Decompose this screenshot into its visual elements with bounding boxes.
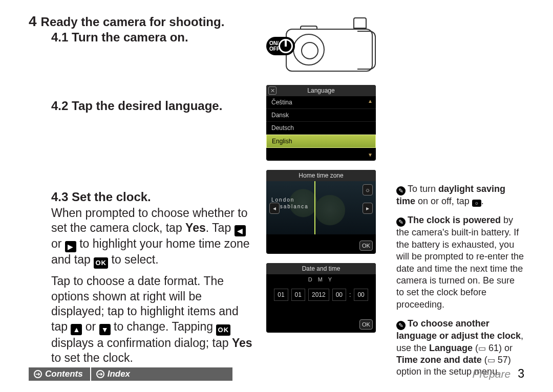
main-instructions: 4 Ready the camera for shooting. 4.1 Tur…: [29, 14, 254, 385]
book-icon: ▭: [487, 356, 495, 364]
tz-right-button: ▸: [363, 203, 373, 214]
date-format: D M Y: [266, 274, 376, 285]
clock-instruction-1: When prompted to choose whether to set t…: [29, 206, 254, 269]
on-off-button-illustration: ON/OFF: [266, 37, 295, 55]
step-number: 4: [29, 14, 37, 29]
scroll-down-icon: ▼: [368, 152, 373, 158]
scroll-up-icon: ▲: [368, 98, 373, 104]
right-arrow-icon: ▶: [65, 241, 76, 252]
substep-4-1: 4.1 Turn the camera on.: [29, 30, 254, 45]
down-arrow-icon: ▼: [99, 324, 111, 335]
datetime-screen: Date and time D M Y 01 01 2012 00 : 00 O…: [266, 263, 376, 333]
page-footer: ➔Contents ➔Index Prepare 3: [29, 367, 524, 381]
tz-left-button: ◂: [269, 203, 280, 214]
up-arrow-icon: ▲: [71, 324, 82, 335]
clock-instruction-2: Tap to choose a date format. The options…: [29, 274, 254, 365]
pencil-icon: ✎: [396, 321, 406, 330]
lang-option-selected: English: [266, 135, 376, 148]
close-icon: ✕: [268, 86, 276, 95]
date-hour: 00: [332, 289, 346, 301]
lang-option: Čeština: [266, 96, 376, 109]
date-day: 01: [274, 289, 288, 301]
tip-battery: ✎The clock is powered by the camera's bu…: [396, 214, 524, 311]
left-arrow-icon: ◀: [235, 225, 246, 236]
timezone-title: Home time zone: [299, 172, 343, 179]
dst-icon: ☼: [472, 200, 481, 207]
arrow-icon: ➔: [96, 370, 104, 378]
dt-ok-button: OK: [359, 319, 373, 330]
section-name: Prepare: [472, 368, 511, 380]
arrow-icon: ➔: [34, 370, 42, 378]
tips-column: ✎To turn daylight saving time on or off,…: [396, 14, 524, 385]
language-title: Language: [307, 87, 334, 94]
ok-icon: OK: [94, 257, 108, 269]
date-month: 01: [291, 289, 305, 301]
step-title: Ready the camera for shooting.: [41, 15, 225, 29]
pencil-icon: ✎: [396, 217, 406, 227]
date-min: 00: [354, 289, 368, 301]
camera-illustration: ON/OFF: [266, 14, 378, 76]
pencil-icon: ✎: [396, 186, 406, 195]
substep-4-3: 4.3 Set the clock.: [29, 189, 254, 205]
date-year: 2012: [308, 289, 329, 301]
ok-icon-2: OK: [216, 324, 230, 336]
index-link[interactable]: ➔Index: [91, 367, 232, 381]
tip-dst: ✎To turn daylight saving time on or off,…: [396, 183, 524, 207]
datetime-title: Date and time: [302, 265, 341, 272]
book-icon: ▭: [478, 344, 486, 353]
lang-option: Deutsch: [266, 122, 376, 135]
lang-option: Dansk: [266, 109, 376, 122]
screenshots-column: ON/OFF ✕ Language Čeština Dansk Deutsch …: [266, 14, 384, 385]
dst-button: ☼: [363, 184, 373, 195]
page-number: 3: [518, 367, 524, 381]
substep-4-2: 4.2 Tap the desired language.: [29, 98, 254, 114]
contents-link[interactable]: ➔Contents: [29, 367, 90, 381]
language-screen: ✕ Language Čeština Dansk Deutsch English…: [266, 85, 376, 161]
tz-ok-button: OK: [359, 241, 373, 251]
timezone-screen: Home time zone LondonCasablanca ◂ ▸ ☼ OK: [266, 170, 376, 254]
